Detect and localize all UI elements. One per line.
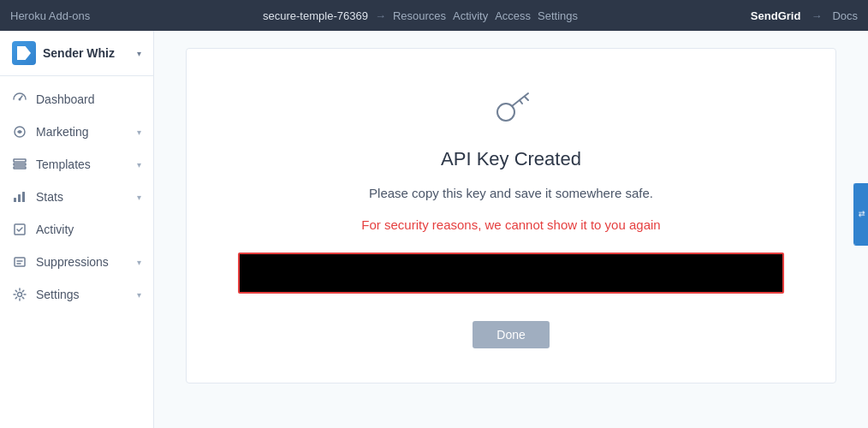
done-button[interactable]: Done (473, 321, 549, 348)
svg-line-15 (520, 100, 522, 104)
svg-rect-10 (15, 258, 25, 266)
templates-label: Templates (36, 158, 128, 171)
settings-label: Settings (36, 288, 128, 301)
dashboard-label: Dashboard (36, 92, 141, 106)
sidebar-item-templates[interactable]: Templates ▾ (0, 148, 153, 181)
api-key-card: API Key Created Please copy this key and… (186, 48, 836, 383)
feedback-arrows-icon: ⇅ (858, 211, 867, 217)
activity-label: Activity (36, 223, 141, 236)
sendgrid-label: SendGrid (751, 9, 801, 22)
app-name-label: secure-temple-76369 (263, 9, 368, 22)
sidebar-item-dashboard[interactable]: Dashboard (0, 83, 153, 116)
svg-rect-5 (14, 167, 26, 169)
svg-rect-3 (14, 159, 26, 162)
brand-logo-shape (17, 46, 31, 60)
svg-point-11 (18, 293, 22, 297)
settings-link[interactable]: Settings (538, 9, 578, 22)
brand-chevron-icon: ▾ (137, 49, 141, 58)
sidebar-item-marketing[interactable]: Marketing ▾ (0, 116, 153, 148)
access-link[interactable]: Access (495, 9, 531, 22)
activity-link[interactable]: Activity (453, 9, 488, 22)
card-warning: For security reasons, we cannot show it … (361, 217, 660, 232)
marketing-label: Marketing (36, 125, 128, 139)
settings-chevron-icon: ▾ (137, 290, 141, 300)
card-description: Please copy this key and save it somewhe… (369, 184, 653, 204)
svg-line-1 (20, 96, 22, 99)
suppressions-icon (12, 254, 27, 270)
feedback-tab[interactable]: Feedback ⇅ (854, 183, 869, 246)
stats-label: Stats (36, 190, 128, 204)
arrow-icon: → (375, 9, 386, 22)
svg-rect-4 (14, 163, 26, 165)
brand-logo (12, 41, 36, 65)
svg-rect-6 (14, 198, 16, 202)
marketing-icon (12, 124, 27, 140)
sidebar-nav: Dashboard Marketing ▾ (0, 76, 153, 318)
svg-rect-7 (18, 194, 21, 202)
top-nav-right: SendGrid → Docs (751, 9, 858, 22)
top-nav-center: secure-temple-76369 → Resources Activity… (90, 9, 751, 22)
card-title: API Key Created (441, 148, 581, 170)
stats-chevron-icon: ▾ (137, 193, 141, 202)
key-icon (485, 83, 537, 134)
resources-link[interactable]: Resources (393, 9, 446, 22)
templates-chevron-icon: ▾ (137, 160, 141, 169)
sidebar-brand[interactable]: Sender Whiz ▾ (0, 31, 153, 76)
sidebar-item-settings[interactable]: Settings ▾ (0, 278, 153, 311)
templates-icon (12, 157, 27, 172)
stats-icon (12, 189, 27, 205)
docs-link[interactable]: Docs (832, 9, 858, 22)
sidebar: Sender Whiz ▾ Dashboard (0, 31, 154, 428)
suppressions-chevron-icon: ▾ (137, 258, 141, 267)
arrow-right-icon: → (811, 9, 822, 22)
activity-icon (12, 222, 27, 237)
api-key-display (238, 253, 784, 294)
suppressions-label: Suppressions (36, 255, 128, 269)
svg-rect-8 (22, 192, 25, 202)
sidebar-item-suppressions[interactable]: Suppressions ▾ (0, 246, 153, 278)
settings-icon (12, 287, 27, 302)
marketing-chevron-icon: ▾ (137, 128, 141, 137)
dashboard-icon (12, 92, 27, 107)
sidebar-item-stats[interactable]: Stats ▾ (0, 181, 153, 213)
main-content: API Key Created Please copy this key and… (154, 31, 868, 428)
brand-name: Sender Whiz (43, 46, 115, 60)
sidebar-item-activity[interactable]: Activity (0, 213, 153, 246)
top-nav: Heroku Add-ons secure-temple-76369 → Res… (0, 0, 868, 31)
heroku-addons-label: Heroku Add-ons (10, 9, 90, 22)
layout: Sender Whiz ▾ Dashboard (0, 31, 868, 428)
svg-line-14 (525, 97, 528, 100)
